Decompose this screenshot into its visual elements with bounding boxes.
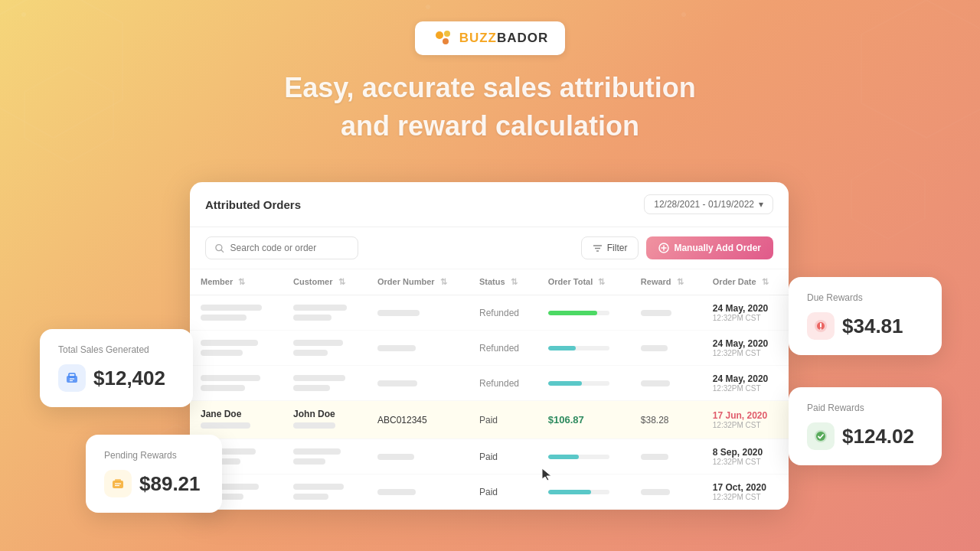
svg-marker-2 xyxy=(861,0,980,138)
search-icon xyxy=(215,243,224,253)
due-rewards-icon xyxy=(807,312,835,340)
date-range-button[interactable]: 12/28/2021 - 01/19/2022 ▾ xyxy=(644,194,773,214)
svg-point-5 xyxy=(426,5,430,9)
svg-point-30 xyxy=(820,328,822,330)
svg-point-8 xyxy=(436,31,443,39)
pending-rewards-card: Pending Rewards $89.21 xyxy=(86,435,222,513)
chevron-down-icon: ▾ xyxy=(759,199,763,210)
col-order-date[interactable]: Order Date ⇅ xyxy=(702,269,789,295)
table-container: Member ⇅ Customer ⇅ Order Number ⇅ Statu… xyxy=(190,269,789,510)
paid-rewards-icon xyxy=(807,422,835,450)
paid-rewards-row: $124.02 xyxy=(807,422,923,450)
hero-section: Easy, accurate sales attribution and rew… xyxy=(0,69,980,146)
col-customer[interactable]: Customer ⇅ xyxy=(283,269,367,295)
svg-point-6 xyxy=(681,12,686,17)
attributed-orders-card: Attributed Orders 12/28/2021 - 01/19/202… xyxy=(190,182,789,510)
table-row[interactable]: Paid 8 Sep, 2020 12:32PM CST xyxy=(190,439,789,474)
col-member[interactable]: Member ⇅ xyxy=(190,269,283,295)
svg-point-32 xyxy=(816,432,825,441)
orders-table: Member ⇅ Customer ⇅ Order Number ⇅ Statu… xyxy=(190,269,789,510)
filter-button[interactable]: Filter xyxy=(581,236,639,259)
total-sales-value: $12,402 xyxy=(93,367,165,390)
pending-rewards-row: $89.21 xyxy=(104,470,204,497)
toolbar: Filter Manually Add Order xyxy=(190,227,789,269)
svg-rect-29 xyxy=(820,323,822,328)
due-rewards-row: $34.81 xyxy=(807,312,923,340)
svg-marker-1 xyxy=(24,67,113,162)
table-row[interactable]: Refunded 24 May, 2020 12:32PM CST xyxy=(190,331,789,366)
pending-rewards-icon xyxy=(104,470,132,497)
add-order-label: Manually Add Order xyxy=(674,243,761,253)
svg-point-7 xyxy=(21,12,26,17)
total-sales-icon xyxy=(58,364,86,392)
filter-icon xyxy=(593,243,603,253)
svg-marker-3 xyxy=(851,159,925,239)
svg-rect-23 xyxy=(113,481,123,488)
filter-label: Filter xyxy=(607,243,628,253)
table-row[interactable]: Refunded 24 May, 2020 12:32PM CST xyxy=(190,295,789,331)
paid-rewards-label: Paid Rewards xyxy=(807,403,923,413)
logo-container: BUZZBADOR xyxy=(415,21,566,55)
toolbar-right: Filter Manually Add Order xyxy=(581,236,773,259)
svg-rect-26 xyxy=(115,479,121,481)
add-order-button[interactable]: Manually Add Order xyxy=(646,236,773,259)
paid-rewards-card: Paid Rewards $124.02 xyxy=(789,387,942,465)
due-rewards-card: Due Rewards $34.81 xyxy=(789,277,942,355)
svg-point-9 xyxy=(444,31,450,37)
logo-text: BUZZBADOR xyxy=(459,31,549,46)
buzzbassador-icon xyxy=(432,28,453,49)
search-input[interactable] xyxy=(230,243,348,253)
pending-rewards-value: $89.21 xyxy=(139,472,201,496)
col-status[interactable]: Status ⇅ xyxy=(469,269,537,295)
pending-rewards-label: Pending Rewards xyxy=(104,450,204,461)
total-sales-label: Total Sales Generated xyxy=(58,344,175,355)
due-rewards-label: Due Rewards xyxy=(807,292,923,303)
logo-bar: BUZZBADOR xyxy=(0,0,980,55)
card-header: Attributed Orders 12/28/2021 - 01/19/202… xyxy=(190,182,789,227)
svg-line-12 xyxy=(221,249,224,252)
col-order-number[interactable]: Order Number ⇅ xyxy=(367,269,469,295)
svg-point-10 xyxy=(443,38,449,44)
total-sales-card: Total Sales Generated $12,402 xyxy=(40,329,193,407)
search-box[interactable] xyxy=(205,236,358,259)
table-row[interactable]: Refunded 24 May, 2020 12:32PM CST xyxy=(190,366,789,401)
svg-rect-20 xyxy=(69,373,75,377)
date-range-text: 12/28/2021 - 01/19/2022 xyxy=(654,199,754,210)
col-order-total[interactable]: Order Total ⇅ xyxy=(537,269,630,295)
table-row[interactable]: Paid 17 Oct, 2020 12:32PM CST xyxy=(190,474,789,510)
due-rewards-value: $34.81 xyxy=(842,315,903,338)
total-sales-row: $12,402 xyxy=(58,364,175,392)
table-row-jane-doe[interactable]: Jane Doe John Doe ABC012345 Paid $106.87… xyxy=(190,401,789,439)
col-reward[interactable]: Reward ⇅ xyxy=(630,269,702,295)
plus-circle-icon xyxy=(658,243,669,253)
paid-rewards-value: $124.02 xyxy=(842,425,914,448)
hero-title: Easy, accurate sales attribution and rew… xyxy=(0,69,980,146)
card-title: Attributed Orders xyxy=(205,198,301,211)
